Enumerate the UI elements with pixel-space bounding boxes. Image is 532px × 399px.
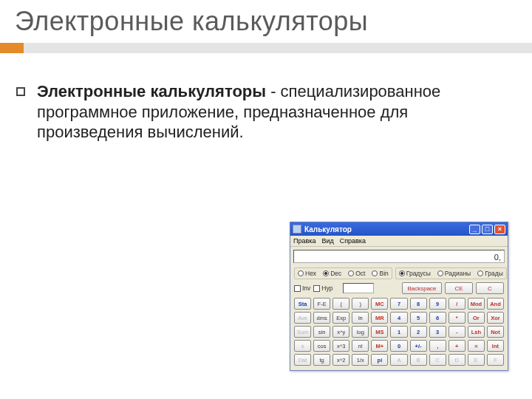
key-sta[interactable]: Sta bbox=[294, 298, 311, 310]
radio-oct[interactable]: Oct bbox=[348, 270, 365, 277]
key-([interactable]: ( bbox=[332, 298, 349, 310]
window-title: Калькулятор bbox=[304, 225, 352, 233]
key-or[interactable]: Or bbox=[468, 312, 485, 324]
key-*[interactable]: * bbox=[449, 312, 466, 324]
key-s[interactable]: s bbox=[294, 340, 311, 352]
bullet-icon bbox=[16, 87, 25, 96]
key-xor[interactable]: Xor bbox=[487, 312, 504, 324]
key-f-e[interactable]: F-E bbox=[313, 298, 330, 310]
close-button[interactable]: × bbox=[494, 225, 505, 234]
key-a[interactable]: A bbox=[390, 354, 407, 366]
key-c[interactable]: C bbox=[429, 354, 446, 366]
key-8[interactable]: 8 bbox=[410, 298, 427, 310]
page-title: Электронные калькуляторы bbox=[15, 6, 368, 37]
key-mr[interactable]: MR bbox=[371, 312, 388, 324]
key--[interactable]: - bbox=[449, 326, 466, 338]
key-2[interactable]: 2 bbox=[410, 326, 427, 338]
key-lsh[interactable]: Lsh bbox=[468, 326, 485, 338]
radio-hex[interactable]: Hex bbox=[298, 270, 316, 277]
ce-button[interactable]: CE bbox=[445, 282, 473, 294]
app-icon bbox=[293, 225, 301, 233]
button-grid: StaF-E()MC789/ModAndAvedmsExplnMR456*OrX… bbox=[290, 296, 508, 370]
menu-item[interactable]: Вид bbox=[321, 236, 333, 246]
key-dms[interactable]: dms bbox=[313, 312, 330, 324]
key-=[interactable]: = bbox=[468, 340, 485, 352]
menu-item[interactable]: Правка bbox=[293, 236, 316, 246]
key-exp[interactable]: Exp bbox=[332, 312, 349, 324]
key-1[interactable]: 1 bbox=[390, 326, 407, 338]
titlebar[interactable]: Калькулятор _ □ × bbox=[290, 222, 508, 236]
key-7[interactable]: 7 bbox=[390, 298, 407, 310]
key-mod[interactable]: Mod bbox=[468, 298, 485, 310]
key-1/x[interactable]: 1/x bbox=[352, 354, 369, 366]
key-pi[interactable]: pi bbox=[371, 354, 388, 366]
key-f[interactable]: F bbox=[487, 354, 504, 366]
key-5[interactable]: 5 bbox=[410, 312, 427, 324]
key-9[interactable]: 9 bbox=[429, 298, 446, 310]
body-bold: Электронные калькуляторы bbox=[37, 82, 266, 100]
key-d[interactable]: D bbox=[449, 354, 466, 366]
minimize-button[interactable]: _ bbox=[469, 225, 480, 234]
key-e[interactable]: E bbox=[468, 354, 485, 366]
key-x^3[interactable]: x^3 bbox=[332, 340, 349, 352]
key-6[interactable]: 6 bbox=[429, 312, 446, 324]
key-3[interactable]: 3 bbox=[429, 326, 446, 338]
radio-радианы[interactable]: Радианы bbox=[437, 270, 471, 277]
backspace-button[interactable]: Backspace bbox=[402, 282, 442, 294]
key-x^y[interactable]: x^y bbox=[332, 326, 349, 338]
base-group: HexDecOctBin bbox=[294, 267, 392, 279]
key-)[interactable]: ) bbox=[352, 298, 369, 310]
radio-грады[interactable]: Грады bbox=[477, 270, 503, 277]
key-,[interactable]: , bbox=[429, 340, 446, 352]
key-b[interactable]: B bbox=[410, 354, 427, 366]
display: 0, bbox=[293, 250, 505, 263]
key-m+[interactable]: M+ bbox=[371, 340, 388, 352]
key-0[interactable]: 0 bbox=[390, 340, 407, 352]
key-x^2[interactable]: x^2 bbox=[332, 354, 349, 366]
key-int[interactable]: Int bbox=[487, 340, 504, 352]
radio-bin[interactable]: Bin bbox=[372, 270, 388, 277]
key-ln[interactable]: ln bbox=[352, 312, 369, 324]
key-ave[interactable]: Ave bbox=[294, 312, 311, 324]
key-+[interactable]: + bbox=[449, 340, 466, 352]
hyp-checkbox[interactable]: Hyp bbox=[313, 284, 332, 292]
accent-bar bbox=[0, 43, 24, 53]
key-sin[interactable]: sin bbox=[313, 326, 330, 338]
key-4[interactable]: 4 bbox=[390, 312, 407, 324]
body-text: Электронные калькуляторы - специализиров… bbox=[37, 81, 451, 143]
angle-group: ГрадусыРадианыГрады bbox=[395, 267, 507, 279]
key-sum[interactable]: Sum bbox=[294, 326, 311, 338]
radio-градусы[interactable]: Градусы bbox=[399, 270, 431, 277]
key-and[interactable]: And bbox=[487, 298, 504, 310]
inv-checkbox[interactable]: Inv bbox=[294, 284, 310, 292]
key-mc[interactable]: MC bbox=[371, 298, 388, 310]
calculator-window: Калькулятор _ □ × Правка Вид Справка 0, … bbox=[290, 222, 508, 371]
key-tg[interactable]: tg bbox=[313, 354, 330, 366]
key-+/-[interactable]: +/- bbox=[410, 340, 427, 352]
menubar: Правка Вид Справка bbox=[290, 236, 508, 247]
key-n![interactable]: n! bbox=[352, 340, 369, 352]
maximize-button[interactable]: □ bbox=[482, 225, 493, 234]
key-dat[interactable]: Dat bbox=[294, 354, 311, 366]
radio-dec[interactable]: Dec bbox=[323, 270, 341, 277]
menu-item[interactable]: Справка bbox=[340, 236, 366, 246]
divider bbox=[0, 43, 532, 53]
key-ms[interactable]: MS bbox=[371, 326, 388, 338]
key-cos[interactable]: cos bbox=[313, 340, 330, 352]
key-log[interactable]: log bbox=[352, 326, 369, 338]
key-/[interactable]: / bbox=[449, 298, 466, 310]
key-not[interactable]: Not bbox=[487, 326, 504, 338]
memory-indicator bbox=[343, 283, 374, 293]
c-button[interactable]: C bbox=[476, 282, 504, 294]
